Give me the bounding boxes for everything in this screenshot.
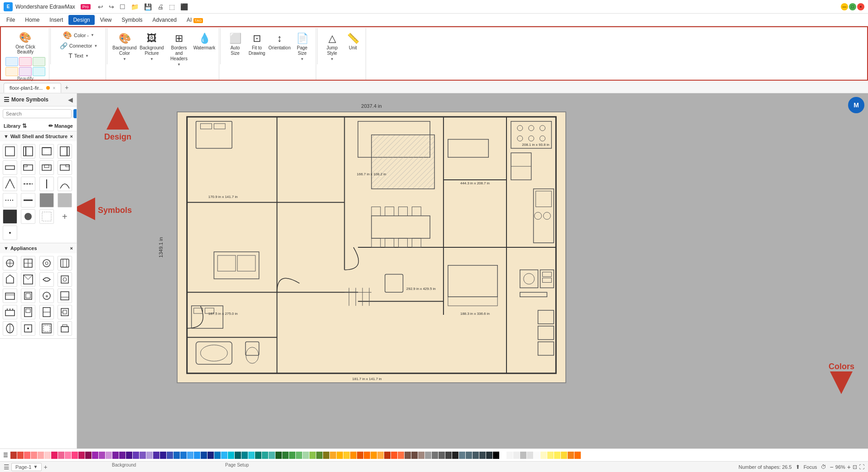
- color-swatch[interactable]: [228, 452, 234, 459]
- color-swatch[interactable]: [357, 452, 363, 459]
- appliance-1[interactable]: [3, 256, 17, 270]
- color-swatch[interactable]: [486, 452, 492, 459]
- minimize-btn[interactable]: —: [841, 3, 848, 10]
- color-swatch[interactable]: [506, 452, 513, 459]
- color-swatch[interactable]: [377, 452, 384, 459]
- color-swatch[interactable]: [99, 452, 105, 459]
- appliance-9[interactable]: [3, 289, 17, 303]
- color-swatch[interactable]: [452, 452, 458, 459]
- page-tab-arrow[interactable]: ▼: [33, 464, 38, 469]
- add-symbol-btn[interactable]: +: [58, 209, 72, 224]
- symbol-wall-8[interactable]: [58, 160, 72, 175]
- fullscreen-btn[interactable]: ⛶: [859, 464, 864, 470]
- color-swatch[interactable]: [187, 452, 193, 459]
- symbol-wall-7[interactable]: [39, 160, 54, 175]
- color-swatch[interactable]: [513, 452, 520, 459]
- color-swatch[interactable]: [466, 452, 472, 459]
- color-swatch[interactable]: [140, 452, 146, 459]
- color-swatch[interactable]: [418, 452, 424, 459]
- appliance-19[interactable]: [39, 321, 54, 336]
- text-btn[interactable]: T Text ▼: [67, 51, 91, 60]
- appliance-10[interactable]: [21, 289, 35, 303]
- watermark-btn[interactable]: 💧 Watermark: [193, 31, 215, 53]
- color-swatch[interactable]: [119, 452, 125, 459]
- color-swatch[interactable]: [58, 452, 64, 459]
- color-swatch[interactable]: [146, 452, 153, 459]
- menu-symbols[interactable]: Symbols: [117, 15, 147, 25]
- symbol-wall-10[interactable]: [21, 177, 35, 191]
- color-swatch[interactable]: [425, 452, 431, 459]
- color-swatch[interactable]: [309, 452, 316, 459]
- color-swatch[interactable]: [126, 452, 132, 459]
- color-swatch[interactable]: [323, 452, 329, 459]
- symbol-wall-1[interactable]: [3, 144, 17, 159]
- menu-ai[interactable]: AI TAG: [182, 15, 208, 25]
- appliance-6[interactable]: [21, 272, 35, 287]
- symbol-wall-9[interactable]: [3, 177, 17, 191]
- jump-style-btn[interactable]: △ JumpStyle ▼: [322, 31, 342, 63]
- search-input[interactable]: [3, 109, 72, 118]
- color-swatch[interactable]: [207, 452, 214, 459]
- color-swatch[interactable]: [439, 452, 445, 459]
- symbol-wall-13[interactable]: [3, 193, 17, 207]
- color-swatch[interactable]: [65, 452, 71, 459]
- clock-icon[interactable]: ⏱: [821, 464, 826, 470]
- appliance-4[interactable]: [58, 256, 72, 270]
- auto-size-btn[interactable]: ⬜ AutoSize: [225, 31, 245, 58]
- menu-insert[interactable]: Insert: [45, 15, 68, 25]
- color-swatch[interactable]: [85, 452, 92, 459]
- close-btn[interactable]: ×: [857, 3, 864, 10]
- color-swatch[interactable]: [221, 452, 227, 459]
- connector-btn[interactable]: 🔗 Connector ▼: [58, 41, 100, 50]
- appliance-20[interactable]: [58, 321, 72, 336]
- borders-headers-btn[interactable]: ⊞ Borders andHeaders ▼: [166, 31, 192, 68]
- color-swatch[interactable]: [282, 452, 289, 459]
- add-tab-btn[interactable]: +: [61, 82, 72, 93]
- color-swatch[interactable]: [527, 452, 533, 459]
- color-swatch[interactable]: [405, 452, 411, 459]
- current-tab[interactable]: floor-plan1-fir... ×: [4, 83, 61, 93]
- color-swatch[interactable]: [235, 452, 241, 459]
- menu-advanced[interactable]: Advanced: [148, 15, 181, 25]
- tab-close-btn[interactable]: ×: [53, 86, 55, 91]
- zoom-out-btn[interactable]: −: [830, 463, 834, 471]
- menu-design[interactable]: Design: [68, 15, 94, 25]
- color-swatch[interactable]: [92, 452, 98, 459]
- symbol-pattern[interactable]: [39, 209, 54, 224]
- appliance-7[interactable]: [39, 272, 54, 287]
- color-swatch[interactable]: [255, 452, 261, 459]
- color-bar-menu[interactable]: ☰: [2, 452, 9, 459]
- appliances-close[interactable]: ×: [70, 246, 73, 251]
- pages-icon[interactable]: ☰: [4, 463, 10, 471]
- one-click-beautify-btn[interactable]: 🎨 One ClickBeautify: [13, 30, 38, 56]
- color-swatch[interactable]: [174, 452, 180, 459]
- appliance-2[interactable]: [21, 256, 35, 270]
- symbol-wall-3[interactable]: [39, 144, 54, 159]
- color-swatch[interactable]: [241, 452, 248, 459]
- color-swatch[interactable]: [275, 452, 282, 459]
- redo-btn[interactable]: ↪: [107, 2, 116, 11]
- color-swatch[interactable]: [391, 452, 397, 459]
- color-swatch[interactable]: [269, 452, 275, 459]
- color-swatch[interactable]: [330, 452, 336, 459]
- save-btn[interactable]: 💾: [142, 2, 154, 11]
- color-swatch[interactable]: [112, 452, 119, 459]
- appliance-18[interactable]: [21, 321, 35, 336]
- appliance-14[interactable]: [21, 305, 35, 319]
- symbol-wall-12[interactable]: [58, 177, 72, 191]
- fit-to-drawing-btn[interactable]: ⊡ Fit toDrawing: [247, 31, 267, 58]
- color-swatch[interactable]: [540, 452, 547, 459]
- page-1-tab[interactable]: Page-1 ▼: [11, 463, 42, 471]
- beautify-style-1[interactable]: [5, 57, 18, 66]
- color-swatch[interactable]: [520, 452, 526, 459]
- color-swatch[interactable]: [343, 452, 350, 459]
- color-swatch[interactable]: [214, 452, 221, 459]
- symbol-wall-6[interactable]: [21, 160, 35, 175]
- color-swatch[interactable]: [459, 452, 465, 459]
- appliance-5[interactable]: [3, 272, 17, 287]
- symbol-fill-1[interactable]: [39, 193, 54, 207]
- color-swatch[interactable]: [24, 452, 30, 459]
- beautify-style-3[interactable]: [33, 57, 45, 66]
- color-swatch[interactable]: [133, 452, 139, 459]
- orientation-btn[interactable]: ↕ Orientation: [269, 31, 290, 53]
